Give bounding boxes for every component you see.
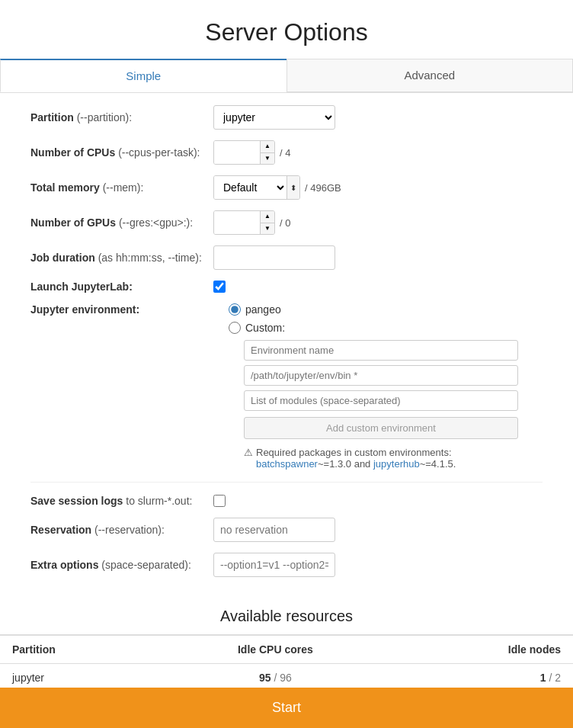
num-gpus-control: 0 ▲ ▼ / 0 — [213, 210, 290, 235]
pangeo-radio-row: pangeo — [229, 303, 543, 316]
warning-text: ⚠ Required packages in custom environmen… — [244, 447, 543, 470]
batchspawner-link[interactable]: batchspawner — [256, 458, 318, 470]
resources-table: Partition Idle CPU cores Idle nodes jupy… — [0, 634, 573, 692]
num-cpus-down[interactable]: ▼ — [261, 153, 274, 165]
num-gpus-label: Number of GPUs (--gres:<gpu>:): — [30, 216, 213, 229]
extra-options-row: Extra options (space-separated): — [30, 553, 543, 577]
launch-jupyterlab-label: Launch JupyterLab: — [30, 281, 213, 293]
tab-advanced[interactable]: Advanced — [286, 59, 574, 92]
jupyterhub-link[interactable]: jupyterhub — [373, 458, 420, 470]
env-name-input[interactable] — [244, 340, 518, 361]
extra-options-label: Extra options (space-separated): — [30, 559, 213, 571]
partition-control: jupyter — [213, 105, 335, 130]
launch-jupyterlab-checkbox[interactable] — [213, 281, 226, 293]
job-duration-input[interactable]: 1:00:00 — [213, 245, 335, 270]
reservation-control — [213, 518, 335, 542]
warning-icon: ⚠ — [244, 447, 253, 458]
resources-table-header: Partition Idle CPU cores Idle nodes — [0, 635, 573, 664]
custom-radio-row: Custom: — [229, 322, 543, 334]
num-gpus-input[interactable]: 0 — [214, 211, 260, 234]
tabs-container: Simple Advanced — [0, 59, 573, 93]
total-memory-select[interactable]: Default — [214, 176, 286, 199]
total-memory-control: Default ⬍ / 496GB — [213, 175, 341, 200]
num-cpus-row: Number of CPUs (--cpus-per-task): 1 ▲ ▼ … — [30, 140, 543, 165]
env-path-input[interactable] — [244, 365, 518, 386]
partition-label: Partition (--partition): — [30, 111, 213, 123]
num-gpus-up[interactable]: ▲ — [261, 211, 274, 223]
num-cpus-input[interactable]: 1 — [214, 141, 260, 164]
save-session-logs-label: Save session logs to slurm-*.out: — [30, 495, 213, 507]
total-memory-label: Total memory (--mem): — [30, 181, 213, 194]
custom-radio[interactable] — [229, 322, 241, 334]
num-cpus-max: / 4 — [280, 147, 290, 159]
resources-title: Available resources — [0, 608, 573, 625]
job-duration-control: 1:00:00 — [213, 245, 335, 270]
total-memory-max: / 496GB — [305, 182, 341, 194]
env-options: pangeo Custom: Add custom environment — [213, 303, 543, 470]
custom-inputs — [244, 340, 543, 411]
num-cpus-spinner: 1 ▲ ▼ — [213, 140, 275, 165]
memory-select-arrow: ⬍ — [286, 176, 299, 199]
save-session-logs-row: Save session logs to slurm-*.out: — [30, 495, 543, 507]
reservation-row: Reservation (--reservation): — [30, 518, 543, 542]
pangeo-label: pangeo — [245, 303, 281, 316]
num-gpus-max: / 0 — [280, 217, 290, 229]
col-idle-nodes: Idle nodes — [392, 635, 573, 664]
save-session-logs-control — [213, 495, 226, 507]
reservation-input[interactable] — [213, 518, 335, 542]
launch-jupyterlab-control — [213, 281, 226, 293]
num-cpus-label: Number of CPUs (--cpus-per-task): — [30, 146, 213, 159]
modules-input[interactable] — [244, 390, 518, 411]
partition-row: Partition (--partition): jupyter — [30, 105, 543, 130]
extra-options-input[interactable] — [213, 553, 335, 577]
num-cpus-up[interactable]: ▲ — [261, 141, 274, 153]
add-custom-env-button[interactable]: Add custom environment — [244, 417, 518, 439]
job-duration-row: Job duration (as hh:mm:ss, --time): 1:00… — [30, 245, 543, 270]
num-gpus-down[interactable]: ▼ — [261, 223, 274, 235]
custom-section: Add custom environment ⚠ Required packag… — [244, 340, 543, 470]
custom-label: Custom: — [245, 322, 285, 334]
col-partition: Partition — [0, 635, 158, 664]
divider — [30, 482, 543, 483]
partition-select[interactable]: jupyter — [213, 105, 335, 130]
launch-jupyterlab-row: Launch JupyterLab: — [30, 281, 543, 293]
page-title: Server Options — [0, 0, 573, 59]
form-section: Partition (--partition): jupyter Number … — [0, 93, 573, 600]
tab-simple[interactable]: Simple — [0, 59, 286, 92]
total-memory-select-wrap: Default ⬍ — [213, 175, 300, 200]
num-gpus-row: Number of GPUs (--gres:<gpu>:): 0 ▲ ▼ / … — [30, 210, 543, 235]
job-duration-label: Job duration (as hh:mm:ss, --time): — [30, 252, 213, 264]
num-cpus-control: 1 ▲ ▼ / 4 — [213, 140, 290, 165]
reservation-label: Reservation (--reservation): — [30, 524, 213, 536]
num-gpus-spinner: 0 ▲ ▼ — [213, 210, 275, 235]
save-session-logs-checkbox[interactable] — [213, 495, 226, 507]
start-bar[interactable]: Start — [0, 688, 573, 728]
start-button-label: Start — [272, 700, 301, 715]
total-memory-row: Total memory (--mem): Default ⬍ / 496GB — [30, 175, 543, 200]
jupyter-env-label: Jupyter environment: — [30, 303, 213, 316]
available-resources-section: Available resources Partition Idle CPU c… — [0, 608, 573, 692]
extra-options-control — [213, 553, 335, 577]
col-idle-cpu: Idle CPU cores — [158, 635, 392, 664]
pangeo-radio[interactable] — [229, 303, 241, 316]
jupyter-env-section: Jupyter environment: pangeo Custom: — [30, 303, 543, 470]
